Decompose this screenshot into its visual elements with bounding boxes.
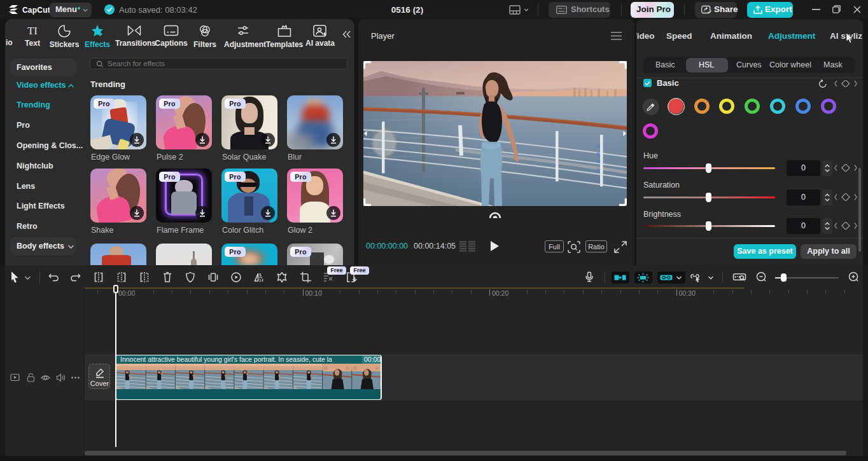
svg-text:TI: TI bbox=[27, 25, 38, 37]
